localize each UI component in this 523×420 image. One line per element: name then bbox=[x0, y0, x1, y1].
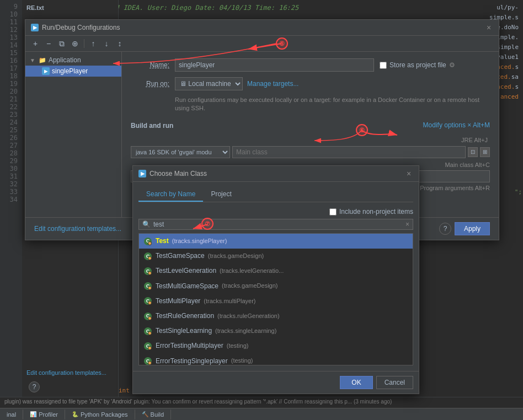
run-on-label: Run on: bbox=[131, 80, 169, 88]
manage-targets-link[interactable]: Manage targets... bbox=[247, 80, 298, 88]
apply-button[interactable]: Apply bbox=[455, 222, 490, 235]
class-c-icon-1: C bbox=[144, 252, 152, 260]
main-class-expand2-button[interactable]: ⊞ bbox=[480, 147, 490, 157]
run-debug-titlebar: ▶ Run/Debug Configurations × bbox=[25, 20, 499, 36]
class-icon-8: C bbox=[143, 357, 152, 365]
folder-icon: 📁 bbox=[39, 57, 46, 64]
cancel-button[interactable]: Cancel bbox=[376, 376, 413, 389]
class-icon-7: C bbox=[143, 342, 152, 351]
tree-singleplayer-item[interactable]: ▶ singlePlayer bbox=[25, 66, 121, 77]
remove-config-button[interactable]: − bbox=[43, 38, 54, 49]
run-debug-close-button[interactable]: × bbox=[484, 23, 493, 32]
class-name-8: ErrorTestingSingleplayer bbox=[156, 356, 228, 366]
results-list: C Test (tracks.singlePlayer) C TestGameS… bbox=[138, 233, 413, 365]
store-gear-icon[interactable]: ⚙ bbox=[449, 61, 455, 69]
result-item-testlevelgeneration[interactable]: C TestLevelGeneration (tracks.levelGener… bbox=[139, 263, 413, 278]
edit-templates-link[interactable]: Edit configuration templates... bbox=[34, 225, 121, 233]
result-item-test[interactable]: C Test (tracks.singlePlayer) bbox=[139, 234, 413, 249]
choose-class-dialog-title: Choose Main Class bbox=[150, 170, 207, 177]
tab-inal[interactable]: inal bbox=[0, 410, 23, 419]
store-as-project-label: Store as project file bbox=[389, 61, 446, 69]
pkg-name-4: (tracks.multiPlayer) bbox=[204, 297, 255, 306]
tab-profiler[interactable]: 📊 Profiler bbox=[23, 410, 65, 419]
sort-button[interactable]: ↕ bbox=[114, 38, 125, 49]
add-config-button[interactable]: + bbox=[30, 38, 41, 49]
class-name-1: TestGameSpace bbox=[156, 251, 205, 261]
result-item-testgamespace[interactable]: C TestGameSpace (tracks.gameDesign) bbox=[139, 249, 413, 263]
class-c-icon-5: C bbox=[144, 313, 152, 320]
result-item-testrulegeneration[interactable]: C TestRuleGeneration (tracks.ruleGenerat… bbox=[139, 309, 413, 324]
tree-application-folder[interactable]: ▼ 📁 Application bbox=[25, 55, 121, 66]
choose-class-close-button[interactable]: × bbox=[404, 169, 413, 178]
line-numbers: 910111213 1415161718 1920212223 24252627… bbox=[0, 0, 22, 420]
search-row: 🔍 × bbox=[138, 219, 413, 230]
right-strings: "; bbox=[515, 187, 522, 197]
choose-class-bottom-bar: OK Cancel bbox=[133, 371, 419, 394]
run-on-select[interactable]: 🖥 Local machine bbox=[175, 77, 243, 90]
edit-templates-link-sidebar[interactable]: Edit configuration templates... bbox=[26, 369, 106, 376]
tab-build[interactable]: 🔨 Build bbox=[135, 410, 171, 419]
help-button[interactable]: ? bbox=[439, 223, 451, 235]
pkg-name-7: (testing) bbox=[227, 341, 249, 351]
main-class-expand-button[interactable]: ⊡ bbox=[468, 147, 478, 157]
result-item-errortestingmultiplayer[interactable]: C ErrorTestingMultiplayer (testing) bbox=[139, 338, 413, 353]
status-bar-text: plugin) was reassigned to file type 'APK… bbox=[4, 399, 392, 405]
result-item-testmultigamespace[interactable]: C TestMultiGameSpace (tracks.gameDesign) bbox=[139, 279, 413, 294]
main-class-input[interactable] bbox=[232, 146, 466, 158]
class-c-icon-0: C bbox=[144, 238, 152, 245]
include-non-project-checkbox[interactable] bbox=[329, 208, 337, 216]
name-label: Name: bbox=[131, 61, 169, 69]
modify-options-link[interactable]: Modify options × Alt+M bbox=[423, 121, 490, 129]
run-on-select-row: 🖥 Local machine Manage targets... bbox=[175, 77, 298, 90]
choose-class-title-label: ▶ Choose Main Class bbox=[138, 170, 207, 177]
class-c-icon-2: C bbox=[144, 267, 152, 275]
store-as-project-checkbox[interactable] bbox=[380, 62, 387, 69]
pkg-name-1: (tracks.gameDesign) bbox=[208, 251, 264, 261]
run-on-row: Run on: 🖥 Local machine Manage targets..… bbox=[131, 77, 490, 90]
status-bar: plugin) was reassigned to file type 'APK… bbox=[0, 397, 523, 408]
copy-config-button[interactable]: ⧉ bbox=[56, 38, 67, 49]
class-name-7: ErrorTestingMultiplayer bbox=[156, 341, 223, 351]
pkg-name-2: (tracks.levelGeneratio... bbox=[220, 266, 284, 276]
class-name-4: TestMultiPlayer bbox=[156, 296, 200, 306]
tab-python-packages-label: Python Packages bbox=[81, 411, 128, 418]
pkg-name-0: (tracks.singlePlayer) bbox=[172, 236, 227, 246]
tab-project[interactable]: Project bbox=[203, 187, 239, 202]
include-non-project-label: Include non-project items bbox=[339, 208, 413, 216]
tab-build-label: Build bbox=[151, 411, 164, 418]
choose-main-class-dialog: ▶ Choose Main Class × Search by Name Pro… bbox=[132, 165, 419, 394]
run-debug-icon: ▶ bbox=[31, 24, 39, 31]
class-icon-5: C bbox=[143, 312, 152, 321]
profiler-icon: 📊 bbox=[30, 411, 36, 417]
config-tree-panel: ▼ 📁 Application ▶ singlePlayer bbox=[25, 52, 122, 217]
result-item-errortestingsingleplayer[interactable]: C ErrorTestingSingleplayer (testing) bbox=[139, 354, 413, 366]
help-button-sidebar[interactable]: ? bbox=[29, 381, 40, 392]
result-item-testsinglelearning[interactable]: C TestSingleLearning (tracks.singleLearn… bbox=[139, 324, 413, 338]
titlebar-left: ▶ Run/Debug Configurations bbox=[31, 24, 120, 31]
run-debug-toolbar: + − ⧉ ⊕ ↑ ↓ ↕ bbox=[25, 36, 499, 52]
result-item-testmultiplayer[interactable]: C TestMultiPlayer (tracks.multiPlayer) bbox=[139, 294, 413, 309]
name-input[interactable] bbox=[175, 58, 374, 72]
store-as-project-row: Store as project file ⚙ bbox=[380, 61, 490, 69]
tree-expand-icon: ▼ bbox=[30, 57, 35, 63]
tab-profiler-label: Profiler bbox=[39, 411, 58, 418]
sdk-select[interactable]: java 16 SDK of 'gvgai' modu bbox=[131, 146, 230, 158]
tab-python-packages[interactable]: 🐍 Python Packages bbox=[65, 410, 135, 419]
ok-button[interactable]: OK bbox=[340, 376, 372, 389]
move-down-button[interactable]: ↓ bbox=[101, 38, 112, 49]
tree-singleplayer-label: singlePlayer bbox=[52, 67, 88, 75]
move-up-button[interactable]: ↑ bbox=[88, 38, 99, 49]
include-non-project-row: Include non-project items bbox=[138, 208, 413, 216]
search-input[interactable] bbox=[153, 220, 403, 228]
search-clear-icon[interactable]: × bbox=[405, 220, 409, 228]
pkg-name-8: (testing) bbox=[231, 356, 253, 365]
compound-config-button[interactable]: ⊕ bbox=[70, 38, 81, 49]
tab-inal-label: inal bbox=[7, 411, 16, 418]
class-icon-6: C bbox=[143, 327, 152, 336]
jre-hint: JRE Alt+J bbox=[461, 137, 490, 143]
tab-search-by-name[interactable]: Search by Name bbox=[138, 187, 203, 202]
choose-class-content: Search by Name Project Include non-proje… bbox=[133, 182, 419, 371]
run-debug-dialog-title: Run/Debug Configurations bbox=[42, 24, 120, 31]
class-c-icon-6: C bbox=[144, 327, 152, 335]
class-icon-3: C bbox=[143, 282, 152, 290]
